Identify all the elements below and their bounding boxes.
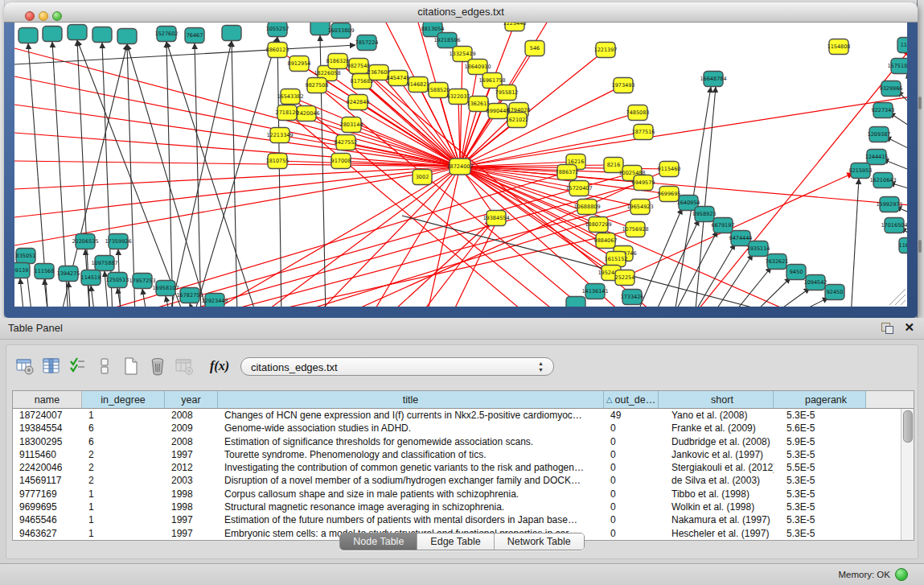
table-source-select[interactable]: citations_edges.txt ▲▼ [240, 357, 554, 376]
network-edge[interactable] [257, 167, 460, 307]
column-header-pagerank[interactable]: pagerank [774, 391, 866, 408]
show-columns-icon[interactable] [39, 356, 64, 377]
column-header-in-degree[interactable]: in_degree [82, 391, 165, 408]
close-panel-icon[interactable]: ✕ [904, 320, 914, 335]
function-builder-icon[interactable]: f(x) [210, 359, 229, 373]
row-height-icon[interactable] [92, 356, 117, 377]
float-panel-icon[interactable] [881, 323, 893, 334]
table-cell[interactable]: Nakamura et al. (1997) [659, 513, 774, 526]
column-header-year[interactable]: year [165, 391, 218, 408]
table-cell[interactable]: 6 [82, 422, 165, 435]
table-cell[interactable]: 14569117 [13, 474, 82, 487]
column-header-short[interactable]: short [659, 391, 774, 408]
table-cell[interactable]: 1997 [165, 513, 218, 526]
table-cell[interactable]: 22420046 [13, 461, 82, 474]
table-row[interactable]: 1872400712008Changes of HCN gene express… [13, 409, 914, 422]
table-row[interactable]: 1456911722003Disruption of a novel membe… [13, 474, 914, 487]
network-canvas[interactable]: 1527602764671055257160338097857224881305… [14, 23, 907, 307]
table-cell[interactable]: 0 [604, 448, 659, 461]
table-row[interactable]: 2242004622012Investigating the contribut… [13, 461, 914, 474]
table-cell[interactable]: Investigating the contribution of common… [218, 461, 604, 474]
column-header-name[interactable]: name [13, 391, 82, 408]
network-edge[interactable] [193, 37, 277, 307]
memory-status-indicator[interactable] [895, 568, 908, 581]
network-edge[interactable] [190, 303, 195, 307]
network-edge[interactable] [749, 278, 791, 307]
network-edge[interactable] [851, 179, 859, 307]
table-cell[interactable]: Tourette syndrome. Phenomenology and cla… [218, 448, 604, 461]
table-cell[interactable]: 0 [604, 474, 659, 487]
table-cell[interactable]: 0 [604, 513, 659, 526]
table-cell[interactable]: 1 [82, 501, 165, 513]
table-cell[interactable]: Estimation of the future numbers of pati… [218, 513, 604, 526]
select-rows-icon[interactable] [66, 356, 90, 377]
table-cell[interactable]: 1997 [165, 448, 218, 461]
table-cell[interactable]: 5.3E-5 [774, 501, 866, 513]
network-edge[interactable] [195, 43, 201, 307]
network-edge[interactable] [460, 54, 462, 167]
network-edge[interactable] [241, 229, 635, 307]
table-cell[interactable]: 5.3E-5 [774, 488, 866, 501]
table-cell[interactable]: Estimation of significance thresholds fo… [218, 435, 604, 448]
network-edge[interactable] [653, 220, 699, 307]
panel-collapse-handle[interactable] [918, 240, 922, 253]
table-cell[interactable]: 5.3E-5 [774, 448, 866, 461]
table-cell[interactable]: 49 [604, 409, 659, 422]
table-row[interactable]: 946554611997Estimation of the future num… [13, 513, 914, 526]
network-node[interactable] [310, 23, 330, 35]
table-cell[interactable]: Disruption of a novel member of a sodium… [218, 474, 604, 487]
table-cell[interactable]: 5.6E-5 [774, 422, 866, 435]
network-edge[interactable] [14, 167, 460, 217]
table-row[interactable]: 1830029562008Estimation of significance … [13, 435, 914, 448]
table-cell[interactable]: 1998 [165, 488, 218, 501]
table-cell[interactable]: 1 [82, 409, 165, 422]
tab-node-table[interactable]: Node Table [340, 534, 417, 550]
delete-table-icon[interactable] [146, 356, 170, 377]
network-node[interactable] [92, 27, 112, 43]
table-cell[interactable]: 2009 [165, 422, 218, 435]
table-cell[interactable]: 9465546 [13, 513, 82, 526]
table-row[interactable]: 969969511998Structural magnetic resonanc… [13, 501, 914, 513]
table-cell[interactable]: 0 [604, 461, 659, 474]
table-cell[interactable]: 18724007 [13, 409, 82, 422]
network-node[interactable] [117, 29, 137, 44]
network-node[interactable] [18, 28, 38, 43]
network-node[interactable] [222, 26, 241, 41]
table-cell[interactable]: 0 [604, 501, 659, 513]
table-row[interactable]: 911546021997Tourette syndrome. Phenomeno… [13, 448, 914, 461]
results-panel-edge[interactable] [917, 0, 924, 318]
table-cell[interactable]: Corpus callosum shape and size in male p… [218, 488, 604, 501]
network-edge[interactable] [769, 288, 810, 307]
table-cell[interactable]: 2 [82, 448, 165, 461]
table-cell[interactable]: de Silva et al. (2003) [659, 474, 774, 487]
network-edge[interactable] [277, 37, 281, 307]
table-cell[interactable]: 5.3E-5 [774, 474, 866, 487]
table-cell[interactable]: Changes of HCN gene expression and I(f) … [218, 409, 604, 422]
network-node[interactable] [566, 297, 585, 307]
table-cell[interactable]: 5.9E-5 [774, 435, 866, 448]
canvas-resize-grip[interactable] [889, 289, 906, 305]
network-edge[interactable] [166, 42, 173, 307]
table-cell[interactable]: Jankovic et al. (1997) [659, 448, 774, 461]
import-table-icon[interactable] [172, 356, 196, 377]
modify-table-icon[interactable] [13, 356, 37, 377]
network-edge[interactable] [351, 125, 460, 167]
table-scrollbar[interactable] [901, 409, 914, 540]
network-edge[interactable] [68, 282, 71, 307]
table-cell[interactable]: 1 [82, 513, 165, 526]
network-edge[interactable] [91, 286, 95, 307]
table-cell[interactable]: 9115460 [13, 448, 82, 461]
network-edge[interactable] [127, 44, 209, 307]
table-cell[interactable]: Genome-wide association studies in ADHD. [218, 422, 604, 435]
column-header-title[interactable]: title [218, 391, 604, 408]
network-node[interactable] [68, 25, 87, 40]
tab-edge-table[interactable]: Edge Table [417, 534, 493, 550]
table-cell[interactable]: 6 [82, 435, 165, 448]
table-cell[interactable]: 2003 [165, 474, 218, 487]
table-cell[interactable]: 2 [82, 461, 165, 474]
tab-network-table[interactable]: Network Table [494, 534, 584, 550]
network-edge[interactable] [711, 254, 753, 307]
table-cell[interactable]: Wolkin et al. (1998) [659, 501, 774, 513]
table-cell[interactable]: 5.5E-5 [774, 461, 866, 474]
table-cell[interactable]: 0 [604, 422, 659, 435]
